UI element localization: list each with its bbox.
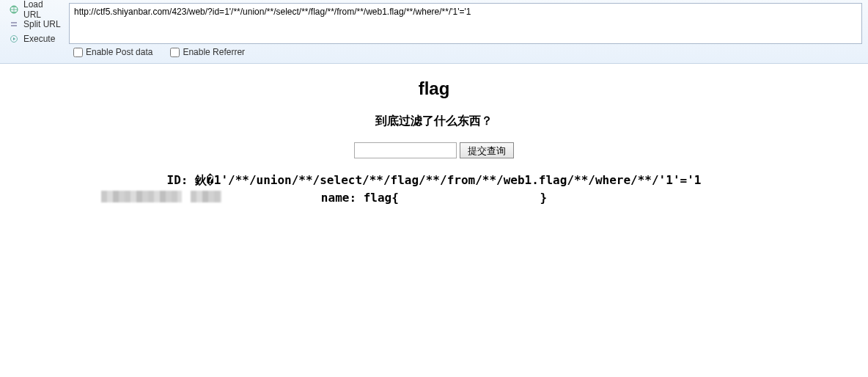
- toolbar-button-col: Load URL Split URL Execute: [6, 3, 66, 45]
- hackbar-toolbar: Load URL Split URL Execute Enable Post d…: [0, 0, 868, 64]
- page-title: flag: [0, 78, 868, 99]
- result-name-prefix: name: flag{: [321, 191, 399, 205]
- submit-button[interactable]: 提交查询: [460, 142, 514, 158]
- split-icon: [9, 19, 19, 29]
- globe-icon: [9, 4, 19, 15]
- enable-referrer-checkbox-label[interactable]: Enable Referrer: [170, 47, 245, 57]
- censor-block-1: [101, 191, 182, 202]
- enable-referrer-text: Enable Referrer: [183, 47, 245, 57]
- result-name-suffix: }: [540, 191, 547, 205]
- censor-block-2: [191, 191, 221, 202]
- page-subtitle: 到底过滤了什么东西？: [0, 114, 868, 129]
- execute-button[interactable]: Execute: [6, 32, 66, 45]
- result-block: ID: 鈥�1'/**/union/**/select/**/flag/**/f…: [0, 172, 868, 207]
- load-url-label: Load URL: [23, 0, 63, 20]
- execute-label: Execute: [23, 34, 55, 44]
- query-input[interactable]: [354, 142, 457, 158]
- page-content: flag 到底过滤了什么东西？ 提交查询 ID: 鈥�1'/**/union/*…: [0, 64, 868, 207]
- checkbox-row: Enable Post data Enable Referrer: [69, 44, 862, 60]
- result-id-line: ID: 鈥�1'/**/union/**/select/**/flag/**/f…: [0, 172, 868, 189]
- result-name-line: name: flag{xxxxxxxxxxxxxxxxxxxx}: [0, 189, 868, 207]
- enable-post-checkbox[interactable]: [73, 48, 83, 57]
- enable-referrer-checkbox[interactable]: [170, 48, 180, 57]
- url-input[interactable]: [69, 3, 862, 44]
- split-url-label: Split URL: [23, 19, 61, 29]
- query-form: 提交查询: [0, 142, 868, 158]
- split-url-button[interactable]: Split URL: [6, 18, 66, 31]
- enable-post-checkbox-label[interactable]: Enable Post data: [73, 47, 152, 57]
- enable-post-text: Enable Post data: [86, 47, 152, 57]
- url-column: Enable Post data Enable Referrer: [69, 3, 862, 60]
- play-icon: [9, 34, 19, 44]
- load-url-button[interactable]: Load URL: [6, 3, 66, 16]
